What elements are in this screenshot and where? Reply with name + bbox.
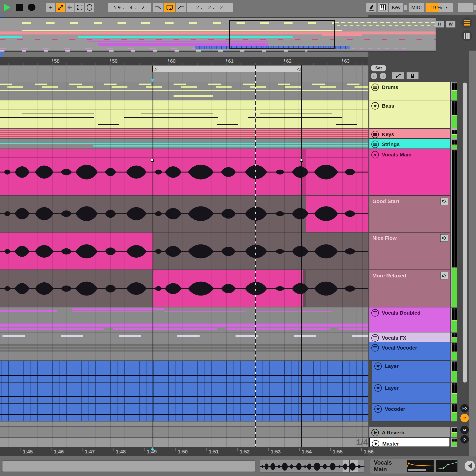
next-locator-button[interactable]: → [380, 73, 386, 79]
clip-lane-vocoder[interactable] [0, 404, 368, 421]
minute-second-ruler[interactable]: 1:451:461:471:481:491:501:511:521:531:54… [0, 447, 368, 456]
fade-handle-left[interactable] [151, 159, 154, 162]
fold-triangle-icon[interactable] [374, 405, 382, 413]
lane-audition-button[interactable] [440, 272, 448, 279]
track-menu-icon[interactable] [371, 309, 379, 317]
midi-map-button[interactable]: MIDI [409, 3, 424, 12]
meter-bar [454, 428, 457, 437]
speaker-icon [442, 236, 447, 240]
punch-out-button[interactable] [176, 3, 186, 12]
track-menu-icon[interactable] [371, 84, 379, 91]
clip-lane-layer-2[interactable] [0, 383, 368, 404]
loop-end-line[interactable] [301, 65, 302, 447]
meter-bar [454, 383, 457, 403]
play-button[interactable] [4, 4, 10, 11]
fold-triangle-icon[interactable] [371, 102, 379, 110]
fade-handle-right[interactable] [300, 159, 303, 162]
overview-width-button[interactable]: W [446, 21, 455, 28]
track-header-vocals-main[interactable]: Vocals Main [369, 149, 450, 196]
follow-button[interactable] [85, 3, 94, 12]
track-header-good-start[interactable]: Good Start [369, 196, 450, 233]
cpu-meter[interactable]: 19 % ▼ [425, 3, 453, 12]
fold-triangle-icon[interactable] [374, 362, 382, 370]
track-menu-icon[interactable] [371, 131, 379, 138]
track-header-keys[interactable]: Keys [369, 129, 450, 139]
mixer-toggle-i-o[interactable]: I·O [460, 404, 469, 413]
icon-glyph [373, 133, 377, 136]
ableton-arrangement-window: + 59. 4. 2 2. 2. 2 Key [0, 0, 476, 476]
show-detail-view-button[interactable] [465, 461, 475, 471]
track-header-more-relaxed[interactable]: More Relaxed [369, 270, 450, 307]
re-enable-automation-button[interactable] [65, 3, 75, 12]
arrangement-overview[interactable] [0, 17, 436, 52]
clip-overview-box[interactable] [260, 460, 365, 473]
add-locator-button[interactable]: + [46, 3, 55, 12]
track-header-vocals-doubled[interactable]: Vocals Doubled [369, 307, 450, 332]
overview-height-button[interactable]: H [435, 21, 444, 28]
track-header-layer[interactable]: Layer [372, 383, 450, 404]
loop-end-handle[interactable]: ◁ [297, 66, 300, 72]
loop-length-display[interactable]: 2. 2. 2 [187, 3, 233, 12]
mixer-toggle-r[interactable]: R [460, 414, 469, 422]
bar-time-ruler[interactable]: 585960616263 [0, 57, 368, 65]
lane-master[interactable] [0, 438, 368, 447]
track-header-drums[interactable]: Drums [369, 82, 450, 100]
draw-mode-button[interactable] [366, 3, 377, 12]
lane-audition-button[interactable] [440, 198, 448, 205]
capture-region-button[interactable] [75, 3, 84, 12]
loop-start-line[interactable] [152, 65, 152, 447]
mixer-toggle-m[interactable]: M [460, 426, 469, 434]
track-name-label: Good Start [371, 198, 399, 204]
track-header-a-reverb[interactable]: A Reverb [369, 427, 450, 438]
track-header-nice-flow[interactable]: Nice Flow [369, 233, 450, 270]
clip-lane-strings[interactable] [0, 139, 368, 149]
vertical-scrollbar[interactable] [463, 83, 467, 383]
clip-lane-layer-1[interactable] [0, 361, 368, 383]
device-curve-thumbnail[interactable] [436, 460, 458, 472]
track-header-layer[interactable]: Layer [372, 361, 450, 383]
track-header-strings[interactable]: Strings [369, 139, 450, 149]
lane-audition-button[interactable] [440, 234, 448, 242]
track-header-vocals-fx[interactable]: Vocals FX [369, 332, 450, 342]
overview-viewport[interactable] [229, 20, 335, 49]
overview-vocals-stripe [0, 39, 436, 40]
arrangement-view-toggle[interactable] [461, 17, 472, 28]
grid-value-label[interactable]: 1/4 [348, 437, 368, 447]
track-menu-icon[interactable] [371, 334, 379, 342]
session-view-toggle[interactable] [461, 30, 472, 41]
lane-a-reverb[interactable] [0, 427, 368, 438]
prev-locator-button[interactable]: ← [371, 73, 377, 79]
track-header-vocoder[interactable]: Vocoder [372, 404, 450, 421]
key-map-button[interactable]: Key [389, 3, 403, 12]
icon-glyph [373, 336, 377, 339]
piano-keyboard-icon [380, 4, 386, 11]
computer-midi-keyboard-button[interactable] [378, 3, 388, 12]
track-header-vocal-vocoder[interactable]: Vocal Vocoder [369, 342, 450, 361]
fold-triangle-icon[interactable] [371, 151, 379, 158]
track-header-master[interactable]: Master [369, 438, 450, 447]
play-circle-icon[interactable] [371, 429, 379, 436]
fold-triangle-icon[interactable] [374, 384, 382, 392]
stop-button[interactable] [16, 4, 23, 11]
pencil-icon [368, 4, 374, 11]
loop-brace[interactable]: ▷◁ [152, 66, 302, 72]
set-locator-button[interactable]: Set [371, 65, 386, 71]
link-markers-button[interactable] [392, 72, 404, 79]
clip-lane-vocals-fx[interactable] [0, 332, 368, 342]
lock-envelopes-button[interactable] [407, 72, 418, 79]
track-header-bass[interactable]: Bass [369, 100, 450, 129]
cpu-dropdown-caret-icon[interactable]: ▼ [445, 6, 448, 9]
loop-start-handle[interactable]: ▷ [154, 66, 157, 72]
play-circle-icon[interactable] [372, 440, 379, 447]
punch-in-button[interactable] [153, 3, 164, 12]
track-menu-icon[interactable] [371, 344, 379, 352]
track-menu-icon[interactable] [371, 141, 379, 148]
transport-bar: + 59. 4. 2 2. 2. 2 Key [0, 0, 476, 15]
arrangement-position-display[interactable]: 59. 4. 2 [108, 3, 151, 12]
selected-device-strip[interactable]: Vocals Main [370, 459, 458, 474]
device-eq-eight-thumbnail[interactable] [407, 460, 434, 472]
record-button[interactable] [28, 4, 35, 11]
automation-mode-button[interactable] [56, 3, 65, 12]
mixer-toggle-d[interactable]: D [460, 435, 469, 444]
loop-button[interactable] [164, 3, 175, 12]
